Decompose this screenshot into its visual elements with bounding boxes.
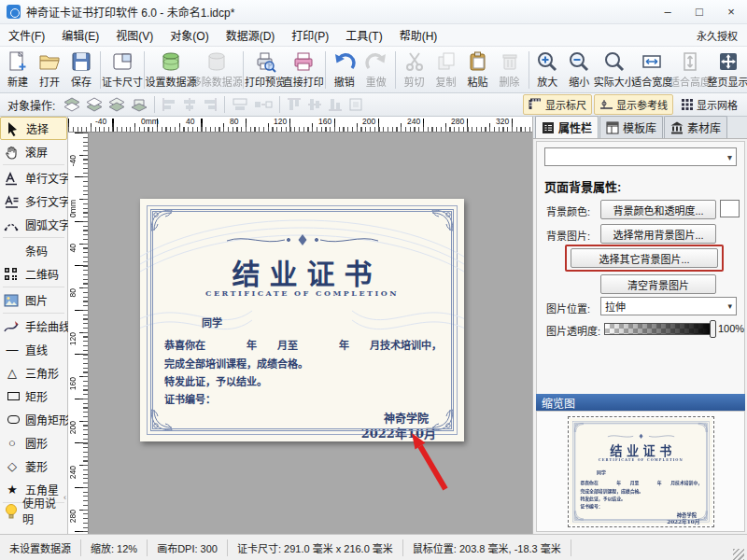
help-button[interactable]: 使用说明 [0, 493, 68, 528]
tool-circle[interactable]: ○ 圆形 [0, 431, 67, 455]
tool-rounded-rectangle[interactable]: 圆角矩形 [0, 408, 67, 431]
show-grid-toggle[interactable]: 显示网格 [675, 94, 743, 115]
align-right-icon [202, 96, 218, 113]
h-ruler-label: 40 [186, 117, 194, 126]
tool-line[interactable]: — 直线 [0, 338, 67, 361]
v-ruler-label: 120 [68, 332, 78, 345]
bg-color-button[interactable]: 背景颜色和透明度... [600, 200, 716, 219]
menu-view[interactable]: 视图(V) [107, 27, 162, 43]
tab-templates[interactable]: 模板库 [599, 116, 663, 138]
tool-diamond[interactable]: ◇ 菱形 [0, 455, 67, 478]
tool-select[interactable]: 选择 [0, 117, 67, 140]
tool-triangle[interactable]: △ 三角形 [0, 361, 67, 385]
menu-datasource[interactable]: 数据源(D) [218, 27, 284, 43]
menu-edit[interactable]: 编辑(E) [53, 27, 107, 43]
tool-image[interactable]: 图片 [0, 288, 67, 312]
object-selector-dropdown[interactable]: ▾ [544, 147, 737, 166]
show-ruler-toggle[interactable]: 显示标尺 [523, 94, 592, 115]
minimize-button[interactable]: – [652, 0, 684, 23]
pen-curve-icon [4, 319, 21, 334]
undo-button[interactable]: 撤销 [329, 49, 360, 91]
bg-color-swatch[interactable] [720, 200, 740, 217]
section-title: 页面背景属性: [544, 177, 621, 195]
corner-flourish-icon [149, 208, 174, 232]
window-title: 神奇证卡证书打印软件 6.0 - 未命名1.idcp* [26, 4, 234, 20]
open-button[interactable]: 打开 [34, 49, 65, 91]
clipboard-icon [467, 50, 489, 73]
printer-pink-icon [292, 50, 315, 73]
image-position-select[interactable]: 拉伸 ▾ [600, 297, 737, 315]
tool-multi-line-text[interactable]: 多行文字 [0, 189, 67, 213]
move-up-layer-icon [107, 96, 126, 113]
tool-pan[interactable]: 滚屏 [0, 140, 67, 163]
opacity-value: 100% [718, 323, 744, 334]
send-back-icon [85, 96, 104, 113]
fit-page-icon [717, 50, 740, 73]
select-other-bg-button[interactable]: 选择其它背景图片... [571, 248, 718, 268]
paste-button[interactable]: 粘贴 [462, 49, 494, 91]
maximize-button[interactable]: □ [684, 0, 715, 23]
card-size-button[interactable]: 证卡尺寸 [104, 49, 142, 91]
menu-file[interactable]: 文件(F) [0, 27, 53, 43]
app-logo-icon [7, 5, 21, 19]
select-common-bg-button[interactable]: 选择常用背景图片... [600, 224, 716, 244]
diamond-icon: ◇ [4, 459, 21, 473]
h-ruler-label: 240 [407, 117, 420, 126]
tool-freehand-curve[interactable]: 手绘曲线 [0, 315, 67, 338]
scissors-icon [403, 50, 426, 73]
close-button[interactable]: × [715, 0, 747, 23]
save-button[interactable]: 保存 [65, 49, 97, 91]
circle-icon: ○ [4, 436, 21, 450]
new-button[interactable]: 新建 [2, 49, 34, 91]
hand-icon [4, 145, 21, 160]
sidebar-separator [3, 287, 64, 287]
toolbar-separator [243, 51, 244, 89]
zoom-out-button[interactable]: 缩小 [563, 49, 595, 91]
tool-qrcode[interactable]: 二维码 [0, 262, 67, 286]
corner-flourish-icon [573, 510, 584, 520]
mouse-position-status: 鼠标位置: 203.8 毫米, -18.3 毫米 [403, 539, 571, 556]
fit-width-icon [641, 50, 663, 73]
h-ruler-label: 160 [318, 117, 331, 126]
tab-materials[interactable]: 素材库 [664, 116, 727, 138]
certificate-body-line: 特发此证，予以结业。 [580, 495, 625, 501]
status-bar: 未设置数据源 缩放: 12% 画布DPI: 300 证卡尺寸: 291.0 毫米… [0, 534, 747, 560]
actual-size-button[interactable]: 实际大小 [595, 49, 633, 91]
menu-help[interactable]: 帮助(H) [391, 27, 446, 43]
set-datasource-button[interactable]: 设置数据源 [148, 49, 193, 91]
objectbar-separator [224, 96, 225, 113]
h-ruler-label: 120 [274, 117, 287, 126]
menu-object[interactable]: 对象(O) [162, 27, 217, 43]
undo-arrow-icon [333, 50, 356, 73]
image-position-label: 图片位置: [546, 301, 590, 315]
sidebar-separator [3, 237, 64, 238]
zoom-in-icon [536, 50, 558, 73]
fit-width-button[interactable]: 适合宽度 [633, 49, 671, 91]
collapse-sidebar-icon[interactable]: ‹ [63, 493, 66, 502]
copy-pages-icon [435, 50, 458, 73]
menu-print[interactable]: 打印(P) [283, 27, 337, 43]
zoom-in-button[interactable]: 放大 [531, 49, 563, 91]
opacity-slider[interactable] [604, 323, 714, 335]
toolbar-separator [529, 51, 529, 89]
tool-barcode[interactable]: 条码 [0, 239, 67, 262]
show-guides-toggle[interactable]: 显示参考线 [594, 94, 673, 115]
clear-bg-button[interactable]: 清空背景图片 [600, 274, 716, 294]
zoom-out-icon [568, 50, 590, 73]
tool-single-line-text[interactable]: 单行文字 [0, 166, 67, 189]
tab-properties[interactable]: 属性栏 [535, 116, 599, 138]
print-preview-button[interactable]: 打印预览 [247, 49, 285, 91]
thumbnail-panel: 结业证书 CERTIFICATE OF COMPLETION 同学 恭喜你在 年… [536, 411, 745, 532]
tool-rectangle[interactable]: 矩形 [0, 385, 67, 408]
guides-icon [599, 98, 613, 111]
thumbnail-header: 缩览图 [536, 394, 745, 411]
opacity-slider-handle[interactable] [710, 320, 716, 338]
fit-page-button[interactable]: 整页显示 [709, 49, 747, 91]
design-canvas[interactable]: 结业证书 CERTIFICATE OF COMPLETION 同学 恭喜你在 年… [89, 133, 532, 534]
resize-grip[interactable] [733, 549, 744, 560]
direct-print-button[interactable]: 直接打印 [284, 49, 322, 91]
grid-icon [681, 98, 694, 111]
menu-tools[interactable]: 工具(T) [337, 27, 390, 43]
certificate-page[interactable]: 结业证书 CERTIFICATE OF COMPLETION 同学 恭喜你在 年… [140, 199, 464, 441]
tool-arc-text[interactable]: 圆弧文字 [0, 213, 67, 236]
